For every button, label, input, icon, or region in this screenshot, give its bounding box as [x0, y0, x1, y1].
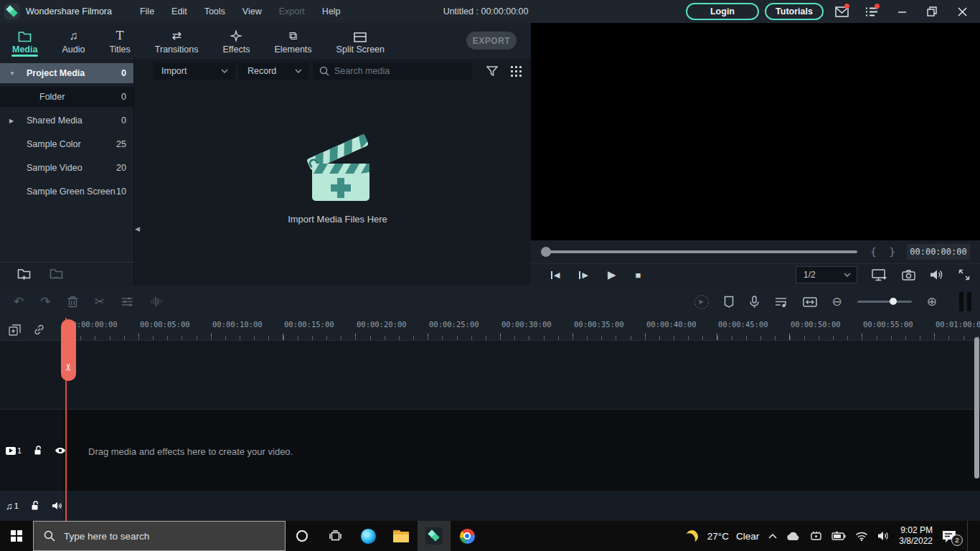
render-preview-icon[interactable]: ▶ [694, 295, 709, 309]
audio-track-row[interactable]: ♫1 [0, 491, 980, 521]
zoom-in-icon[interactable]: ⊕ [927, 294, 937, 309]
sidebar-collapse-icon[interactable]: ◀ [135, 225, 140, 232]
delete-folder-icon[interactable] [50, 268, 63, 280]
cut-scissors-icon[interactable]: ✂ [95, 294, 105, 309]
zoom-slider-handle[interactable] [890, 298, 897, 305]
timeline-vertical-scrollbar[interactable] [974, 337, 979, 479]
filmora-taskbar-icon[interactable] [418, 521, 451, 551]
tab-elements[interactable]: ⧉ Elements [262, 23, 324, 59]
item-count: 0 [121, 116, 126, 126]
export-button[interactable]: EXPORT [466, 32, 517, 50]
eye-icon[interactable] [55, 447, 66, 454]
tab-transitions[interactable]: ⇄ Transitions [143, 23, 211, 59]
filter-icon[interactable] [486, 66, 498, 77]
restore-button[interactable] [920, 2, 944, 21]
sidebar-item-sample-green-screen[interactable]: Sample Green Screen 10 [0, 182, 133, 202]
minimize-button[interactable] [890, 2, 914, 21]
edge-browser-icon[interactable] [352, 521, 385, 551]
delete-icon[interactable] [67, 296, 78, 308]
login-button[interactable]: Login [686, 3, 759, 20]
file-explorer-icon[interactable] [385, 521, 418, 551]
menu-edit[interactable]: Edit [164, 4, 195, 19]
task-list-icon[interactable] [859, 2, 884, 21]
sidebar-item-project-media[interactable]: ▼ Project Media 0 [0, 63, 133, 83]
chevron-down-icon [221, 69, 228, 73]
fullscreen-icon[interactable] [958, 269, 970, 281]
snapshot-camera-icon[interactable] [902, 270, 915, 281]
stop-button[interactable]: ■ [635, 270, 641, 281]
start-button[interactable] [0, 521, 33, 551]
next-frame-button[interactable]: ▶ [579, 270, 588, 280]
cortana-icon[interactable] [286, 521, 319, 551]
timeline-tracks[interactable]: 1 Drag media and effects here to create … [0, 341, 980, 521]
windows-search[interactable] [33, 521, 286, 551]
fit-timeline-icon[interactable] [803, 296, 817, 308]
menu-tools[interactable]: Tools [197, 4, 233, 19]
menu-file[interactable]: File [132, 4, 162, 19]
battery-icon[interactable] [831, 532, 846, 540]
marker-icon[interactable] [724, 296, 734, 308]
tab-effects[interactable]: Effects [211, 23, 263, 59]
menu-view[interactable]: View [235, 4, 270, 19]
close-button[interactable] [950, 2, 974, 21]
timeline-ruler[interactable]: 00:00:00:00 00:00:05:00 00:00:10:00 00:0… [0, 318, 980, 341]
play-button[interactable]: ▶ [608, 268, 616, 281]
weather-info[interactable]: 27°C Clear [707, 531, 759, 542]
tab-split-screen[interactable]: Split Screen [324, 23, 397, 59]
seek-handle[interactable] [541, 247, 551, 257]
hidden-icons-chevron[interactable] [768, 534, 777, 539]
menu-help[interactable]: Help [314, 4, 349, 19]
notification-center-icon[interactable]: 2 [942, 530, 956, 542]
view-grid-icon[interactable] [511, 66, 522, 77]
mark-in-button[interactable]: { [870, 246, 876, 258]
wifi-icon[interactable] [855, 532, 868, 541]
sidebar-item-folder[interactable]: Folder 0 [0, 87, 133, 107]
import-dropdown[interactable]: Import [153, 62, 235, 80]
lock-icon[interactable] [31, 501, 39, 511]
dual-monitor-icon[interactable] [872, 269, 887, 281]
messages-icon[interactable] [829, 2, 854, 21]
onedrive-cloud-icon[interactable] [786, 532, 801, 541]
expand-triangle-icon[interactable]: ▼ [9, 70, 15, 77]
speaker-icon[interactable] [877, 531, 890, 541]
link-icon[interactable] [33, 324, 45, 336]
volume-icon[interactable] [930, 269, 944, 281]
timeline-zoom-slider[interactable] [857, 301, 912, 303]
sidebar-item-shared-media[interactable]: ▶ Shared Media 0 [0, 110, 133, 131]
show-desktop-strip[interactable] [967, 521, 970, 551]
clock[interactable]: 9:02 PM 3/8/2022 [899, 525, 933, 547]
audio-mixer-icon[interactable] [775, 296, 788, 308]
mark-out-button[interactable]: } [890, 246, 895, 258]
new-folder-icon[interactable] [17, 268, 31, 280]
menu-export[interactable]: Export [271, 4, 313, 19]
previous-frame-button[interactable]: ◀ [551, 270, 560, 280]
tab-media[interactable]: Media [0, 23, 50, 59]
zoom-out-icon[interactable]: ⊖ [832, 294, 842, 309]
seek-slider[interactable] [541, 250, 857, 253]
undo-icon[interactable]: ↶ [14, 294, 24, 309]
tab-audio[interactable]: ♫ Audio [50, 23, 97, 59]
weather-moon-icon[interactable] [684, 529, 699, 544]
preview-quality-select[interactable]: 1/2 [796, 266, 857, 283]
sidebar-item-sample-video[interactable]: Sample Video 20 [0, 158, 133, 178]
video-track-row[interactable]: 1 Drag media and effects here to create … [0, 409, 980, 491]
tutorials-button[interactable]: Tutorials [765, 3, 824, 20]
mute-speaker-icon[interactable] [52, 501, 62, 510]
task-view-icon[interactable] [319, 521, 352, 551]
audio-denoise-icon[interactable] [150, 296, 164, 307]
tab-titles[interactable]: T Titles [97, 23, 142, 59]
lock-icon[interactable] [34, 446, 42, 456]
chrome-browser-icon[interactable] [451, 521, 484, 551]
record-dropdown[interactable]: Record [239, 62, 308, 80]
media-search-input[interactable] [334, 66, 456, 76]
sidebar-item-sample-color[interactable]: Sample Color 25 [0, 134, 133, 154]
manage-tracks-icon[interactable] [8, 323, 21, 336]
collapsed-triangle-icon[interactable]: ▶ [9, 118, 14, 124]
import-media-dropzone[interactable]: Import Media Files Here [144, 128, 531, 225]
adjust-sliders-icon[interactable] [121, 296, 133, 307]
redo-icon[interactable]: ↷ [40, 294, 50, 309]
windows-search-input[interactable] [64, 531, 250, 542]
cast-icon[interactable] [810, 531, 822, 542]
playhead-handle[interactable]: ✂ [61, 319, 76, 381]
voiceover-mic-icon[interactable] [749, 296, 760, 309]
